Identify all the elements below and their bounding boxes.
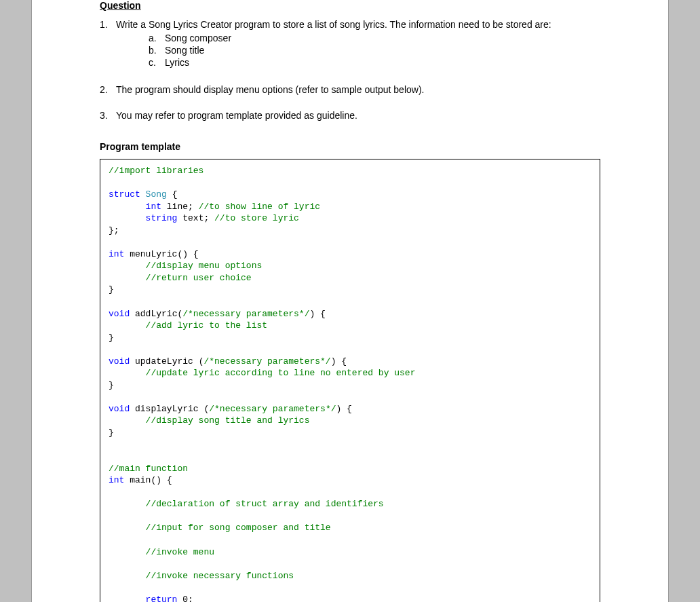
code-comment: /*necessary parameters*/ — [209, 404, 336, 414]
code-comment: //invoke menu — [109, 547, 214, 557]
code-text: }; — [109, 225, 119, 236]
code-text: } — [109, 380, 114, 390]
code-comment: //declaration of struct array and identi… — [109, 499, 384, 509]
question-list: 1. Write a Song Lyrics Creator program t… — [100, 19, 600, 121]
code-text: displayLyric ( — [130, 404, 209, 414]
code-text: line; — [161, 202, 199, 212]
question-item-2: 2. The program should display menu optio… — [100, 84, 600, 95]
list-content: You may refer to program template provid… — [116, 110, 600, 121]
sub-item-a: a. Song composer — [149, 33, 600, 43]
code-keyword: void — [109, 404, 130, 414]
question-item-3: 3. You may refer to program template pro… — [100, 110, 600, 121]
sub-text: Song title — [165, 45, 204, 56]
code-comment: //invoke necessary functions — [109, 571, 294, 581]
code-comment: //display song title and lyrics — [109, 415, 309, 426]
document-page: Question 1. Write a Song Lyrics Creator … — [31, 0, 669, 602]
code-keyword: void — [109, 356, 130, 366]
code-keyword: string — [109, 213, 177, 223]
code-template-box: //import libraries struct Song { int lin… — [100, 159, 600, 602]
code-keyword: int — [109, 475, 124, 485]
question-1-text: Write a Song Lyrics Creator program to s… — [116, 19, 551, 30]
code-keyword: return — [109, 595, 177, 602]
code-text: ) { — [336, 404, 351, 414]
list-marker: 1. — [100, 19, 116, 69]
code-comment: //display menu options — [109, 261, 262, 271]
question-3-text: You may refer to program template provid… — [116, 110, 357, 121]
code-text: } — [109, 428, 114, 438]
sub-item-b: b. Song title — [149, 45, 600, 56]
code-comment: /*necessary parameters*/ — [203, 356, 330, 366]
code-comment: //main function — [109, 464, 188, 474]
code-comment: //input for song composer and title — [109, 523, 331, 533]
list-content: Write a Song Lyrics Creator program to s… — [116, 19, 600, 69]
sub-marker: b. — [149, 45, 165, 56]
code-text: ) { — [331, 356, 347, 366]
code-comment: //update lyric according to line no ente… — [109, 368, 415, 378]
code-text: { — [167, 189, 178, 200]
code-text: } — [109, 284, 114, 295]
code-text: main() { — [124, 475, 172, 485]
code-comment: //add lyric to the list — [109, 320, 267, 331]
code-comment: /*necessary parameters*/ — [182, 309, 309, 319]
code-text: ) { — [309, 309, 325, 319]
question-2-text: The program should display menu options … — [116, 84, 424, 95]
list-content: The program should display menu options … — [116, 84, 600, 95]
program-template-heading: Program template — [100, 141, 600, 152]
code-text: text; — [177, 213, 214, 223]
code-keyword: int — [109, 202, 161, 212]
code-comment: //import libraries — [109, 166, 203, 176]
code-comment: //return user choice — [109, 273, 252, 283]
code-type: Song — [140, 189, 167, 200]
code-text: menuLyric() { — [124, 249, 198, 259]
sub-text: Song composer — [165, 33, 231, 43]
code-comment: //to show line of lyric — [199, 202, 320, 212]
code-text: updateLyric ( — [130, 356, 203, 366]
question-heading: Question — [100, 0, 600, 11]
list-marker: 3. — [100, 110, 116, 121]
code-keyword: struct — [109, 189, 140, 200]
code-text: 0; — [177, 595, 193, 602]
list-marker: 2. — [100, 84, 116, 95]
code-text: addLyric( — [130, 309, 182, 319]
sub-marker: a. — [149, 33, 165, 43]
code-keyword: void — [109, 309, 130, 319]
sub-text: Lyrics — [165, 57, 189, 68]
sub-item-c: c. Lyrics — [149, 57, 600, 68]
sub-list: a. Song composer b. Song title c. Lyrics — [116, 33, 600, 68]
question-item-1: 1. Write a Song Lyrics Creator program t… — [100, 19, 600, 69]
code-comment: //to store lyric — [214, 213, 299, 223]
sub-marker: c. — [149, 57, 165, 68]
code-keyword: int — [109, 249, 124, 259]
code-text: } — [109, 333, 114, 343]
